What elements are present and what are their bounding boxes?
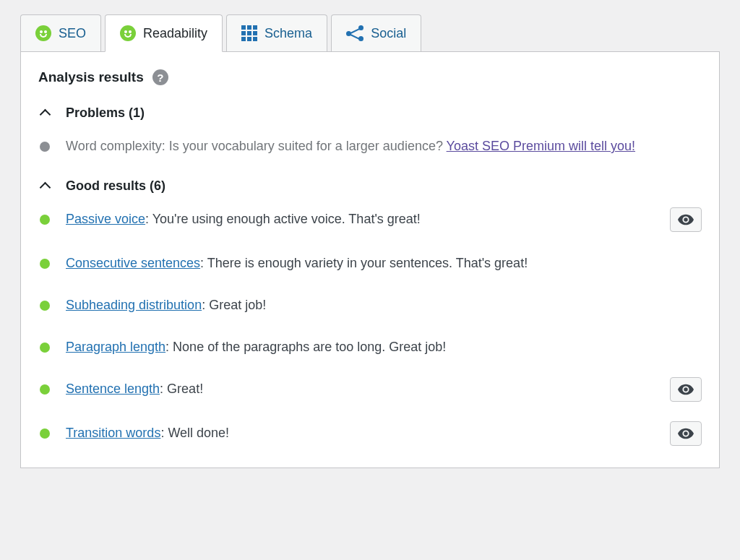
good-link[interactable]: Transition words bbox=[66, 426, 160, 440]
good-text: Sentence length: Great! bbox=[66, 379, 654, 400]
good-results-toggle[interactable]: Good results (6) bbox=[38, 178, 702, 194]
problem-item: Word complexity: Is your vocabulary suit… bbox=[38, 137, 702, 157]
eye-button[interactable] bbox=[670, 207, 702, 232]
bullet-green-icon bbox=[40, 215, 50, 225]
problem-text: Word complexity: Is your vocabulary suit… bbox=[66, 137, 702, 157]
tab-schema-label: Schema bbox=[264, 26, 312, 41]
premium-link[interactable]: Yoast SEO Premium will tell you! bbox=[447, 139, 635, 153]
analysis-panel: Analysis results ? Problems (1) Word com… bbox=[20, 51, 720, 468]
good-item-subheading-distribution: Subheading distribution: Great job! bbox=[38, 296, 702, 316]
bullet-green-icon bbox=[40, 259, 50, 269]
problems-toggle[interactable]: Problems (1) bbox=[38, 105, 702, 121]
good-text: Subheading distribution: Great job! bbox=[66, 296, 702, 316]
good-link[interactable]: Subheading distribution bbox=[66, 298, 202, 312]
share-icon bbox=[346, 25, 363, 41]
eye-icon bbox=[678, 384, 694, 395]
panel-title-row: Analysis results ? bbox=[38, 69, 702, 85]
tab-seo-label: SEO bbox=[59, 26, 86, 41]
good-suffix: : None of the paragraphs are too long. G… bbox=[165, 340, 446, 354]
good-text: Paragraph length: None of the paragraphs… bbox=[66, 337, 702, 358]
tab-social-label: Social bbox=[371, 26, 406, 41]
good-item-paragraph-length: Paragraph length: None of the paragraphs… bbox=[38, 337, 702, 358]
eye-icon bbox=[678, 428, 694, 439]
help-icon[interactable]: ? bbox=[152, 69, 168, 85]
good-suffix: : Well done! bbox=[160, 426, 229, 440]
chevron-up-icon bbox=[40, 108, 50, 119]
good-link[interactable]: Sentence length bbox=[66, 382, 160, 396]
good-item-passive-voice: Passive voice: You're using enough activ… bbox=[38, 210, 702, 232]
bullet-green-icon bbox=[40, 301, 50, 311]
problems-section: Problems (1) Word complexity: Is your vo… bbox=[38, 105, 702, 157]
eye-button[interactable] bbox=[670, 421, 702, 446]
good-text: Passive voice: You're using enough activ… bbox=[66, 210, 654, 230]
smiley-icon bbox=[120, 25, 136, 41]
tab-readability[interactable]: Readability bbox=[105, 14, 223, 52]
good-suffix: : Great job! bbox=[202, 298, 266, 312]
tab-social[interactable]: Social bbox=[331, 14, 421, 51]
bullet-green-icon bbox=[40, 384, 50, 395]
tab-seo[interactable]: SEO bbox=[20, 14, 101, 51]
good-item-consecutive-sentences: Consecutive sentences: There is enough v… bbox=[38, 254, 702, 274]
good-suffix: : Great! bbox=[160, 382, 203, 396]
bullet-green-icon bbox=[40, 343, 50, 353]
good-results-header-label: Good results (6) bbox=[66, 178, 165, 194]
good-link[interactable]: Consecutive sentences bbox=[66, 256, 200, 270]
chevron-up-icon bbox=[40, 181, 50, 191]
good-link[interactable]: Passive voice bbox=[66, 212, 145, 226]
good-results-section: Good results (6) Passive voice: You're u… bbox=[38, 178, 702, 446]
good-suffix: : There is enough variety in your senten… bbox=[200, 256, 528, 270]
smiley-icon bbox=[35, 25, 51, 41]
tab-readability-label: Readability bbox=[143, 26, 207, 41]
tab-bar: SEO Readability Schema Social bbox=[20, 14, 720, 51]
panel-title: Analysis results bbox=[38, 69, 144, 85]
eye-button[interactable] bbox=[670, 377, 702, 402]
tab-schema[interactable]: Schema bbox=[226, 14, 327, 51]
grid-icon bbox=[241, 25, 257, 41]
bullet-green-icon bbox=[40, 428, 50, 439]
eye-icon bbox=[678, 214, 694, 225]
good-item-transition-words: Transition words: Well done! bbox=[38, 423, 702, 446]
good-text: Consecutive sentences: There is enough v… bbox=[66, 254, 702, 274]
good-suffix: : You're using enough active voice. That… bbox=[145, 212, 421, 226]
good-item-sentence-length: Sentence length: Great! bbox=[38, 379, 702, 402]
good-text: Transition words: Well done! bbox=[66, 423, 654, 444]
problem-prefix: Word complexity: Is your vocabulary suit… bbox=[66, 139, 447, 153]
bullet-gray-icon bbox=[40, 142, 50, 152]
good-link[interactable]: Paragraph length bbox=[66, 340, 165, 354]
problems-header-label: Problems (1) bbox=[66, 105, 145, 121]
